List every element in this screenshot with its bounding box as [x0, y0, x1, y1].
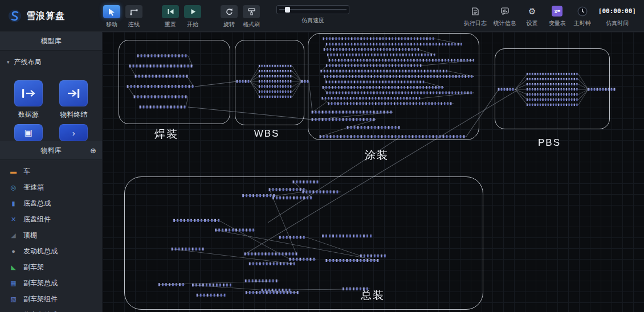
datasource-icon	[14, 80, 43, 106]
material-label: 变速箱	[23, 183, 44, 192]
material-end-icon	[59, 80, 88, 106]
format-brush-icon	[243, 5, 260, 18]
material-label: 底盘总成	[23, 199, 51, 208]
sidebar: 模型库 ▾ 产线布局 数据源	[0, 32, 103, 312]
sim-speed-control[interactable]: 仿真速度	[275, 5, 351, 24]
model-partial-icon-2: ›	[59, 124, 88, 141]
app-title: 雪浪算盘	[26, 10, 65, 22]
reset-button[interactable]: 重置	[161, 5, 180, 28]
stats-button[interactable]: 统计信息	[494, 5, 516, 27]
stats-chart-icon	[501, 5, 509, 17]
material-icon: ●	[9, 248, 18, 254]
model-library-header: 模型库	[0, 32, 102, 51]
material-icon: ◣	[9, 264, 18, 270]
line-layout-toggle[interactable]: ▾ 产线布局	[0, 51, 102, 73]
material-item[interactable]: ◢顶棚	[0, 227, 102, 243]
model-item-partial-1[interactable]: ▣	[14, 124, 43, 141]
toolbar-left: 移动 连线 重置 开始	[103, 0, 351, 28]
app-logo: 雪浪算盘	[0, 0, 103, 32]
gear-icon: ⚙	[528, 7, 536, 15]
material-item[interactable]: ▦副车架总成	[0, 275, 102, 291]
material-icon: ▦	[9, 280, 18, 286]
sim-time-label: 仿真时间	[606, 19, 629, 27]
material-library-header: 物料库 ⊕	[0, 141, 102, 160]
clock-icon	[577, 5, 588, 17]
material-item[interactable]: ▧副车架组件	[0, 291, 102, 307]
material-label: 副车架总成	[23, 278, 58, 288]
play-icon	[184, 5, 201, 18]
skip-to-start-icon	[162, 5, 179, 18]
material-label: 顶棚	[23, 231, 37, 240]
connect-label: 连线	[128, 20, 140, 28]
material-icon: ◢	[9, 232, 18, 239]
material-end-label: 物料终结	[60, 110, 87, 120]
material-label: 副车架	[23, 262, 44, 272]
material-list: ▬车◎变速箱▮底盘总成✕底盘组件◢顶棚●发动机总成◣副车架▦副车架总成▧副车架组…	[0, 160, 102, 312]
simulation-canvas[interactable]	[103, 32, 644, 312]
canvas-area: 焊装WBS涂装PBS总装	[103, 32, 644, 312]
add-material-icon[interactable]: ⊕	[90, 146, 96, 155]
stats-label: 统计信息	[494, 19, 516, 27]
model-grid: 数据源 物料终结	[0, 73, 102, 120]
model-partial-icon-1: ▣	[14, 124, 43, 141]
rotate-label: 旋转	[223, 20, 235, 28]
variable-table-icon: x=	[552, 6, 563, 17]
rotate-tool[interactable]: 旋转	[220, 5, 238, 28]
caret-down-icon: ▾	[7, 59, 10, 65]
var-table-button[interactable]: x= 变量表	[548, 5, 566, 27]
settings-button[interactable]: ⚙ 设置	[523, 5, 541, 27]
sim-time-value: [00:00:00]	[598, 5, 636, 17]
material-item[interactable]: ✕底盘组件	[0, 211, 102, 227]
material-label: 副车架组件	[23, 294, 58, 304]
reset-label: 重置	[165, 20, 176, 28]
model-item-material-end[interactable]: 物料终结	[59, 80, 88, 120]
material-icon: ◎	[9, 184, 18, 191]
model-item-datasource[interactable]: 数据源	[14, 80, 43, 120]
material-icon: ✕	[9, 216, 18, 223]
toolbar-right: 执行日志 统计信息 ⚙ 设置 x= 变量表 主时钟	[464, 0, 644, 27]
sim-speed-label: 仿真速度	[301, 17, 324, 24]
material-item[interactable]: ▬车	[0, 163, 102, 179]
material-library-title: 物料库	[41, 146, 62, 155]
connect-line-icon	[125, 5, 142, 18]
material-item[interactable]: ◔仪表盘总成	[0, 307, 102, 312]
move-label: 移动	[106, 20, 117, 28]
main-clock-button[interactable]: 主时钟	[573, 5, 592, 27]
cursor-icon	[103, 5, 120, 18]
material-icon: ▧	[9, 296, 18, 302]
datasource-label: 数据源	[18, 110, 39, 120]
move-tool[interactable]: 移动	[103, 5, 121, 28]
sim-time: [00:00:00] 仿真时间	[598, 5, 636, 27]
document-icon	[472, 5, 479, 17]
model-item-partial-2[interactable]: ›	[59, 124, 88, 141]
line-layout-label: 产线布局	[14, 58, 42, 67]
material-label: 车	[23, 167, 30, 176]
material-label: 发动机总成	[23, 247, 58, 256]
sim-speed-slider[interactable]	[276, 5, 349, 14]
var-table-label: 变量表	[549, 19, 566, 27]
sim-speed-thumb[interactable]	[285, 7, 290, 13]
material-icon: ▮	[9, 200, 18, 207]
start-button[interactable]: 开始	[184, 5, 202, 28]
format-brush-label: 格式刷	[243, 20, 260, 28]
exec-log-label: 执行日志	[464, 19, 487, 27]
material-item[interactable]: ◣副车架	[0, 259, 102, 275]
material-item[interactable]: ●发动机总成	[0, 243, 102, 259]
model-grid-partial: ▣ ›	[0, 124, 102, 141]
format-brush-tool[interactable]: 格式刷	[242, 5, 260, 28]
app-logo-icon	[8, 9, 22, 23]
main-clock-label: 主时钟	[574, 19, 591, 27]
material-label: 底盘组件	[23, 215, 51, 224]
start-label: 开始	[187, 20, 198, 28]
material-icon: ▬	[9, 169, 18, 175]
connect-tool[interactable]: 连线	[125, 5, 143, 28]
exec-log-button[interactable]: 执行日志	[464, 5, 487, 27]
material-item[interactable]: ▮底盘总成	[0, 195, 102, 211]
material-label: 仪表盘总成	[23, 310, 58, 312]
model-library-title: 模型库	[41, 36, 62, 46]
topbar: 雪浪算盘 移动 连线 重置	[0, 0, 644, 32]
material-item[interactable]: ◎变速箱	[0, 179, 102, 195]
app-window: 雪浪算盘 移动 连线 重置	[0, 0, 644, 312]
rotate-icon	[221, 5, 238, 18]
settings-label: 设置	[527, 19, 538, 27]
